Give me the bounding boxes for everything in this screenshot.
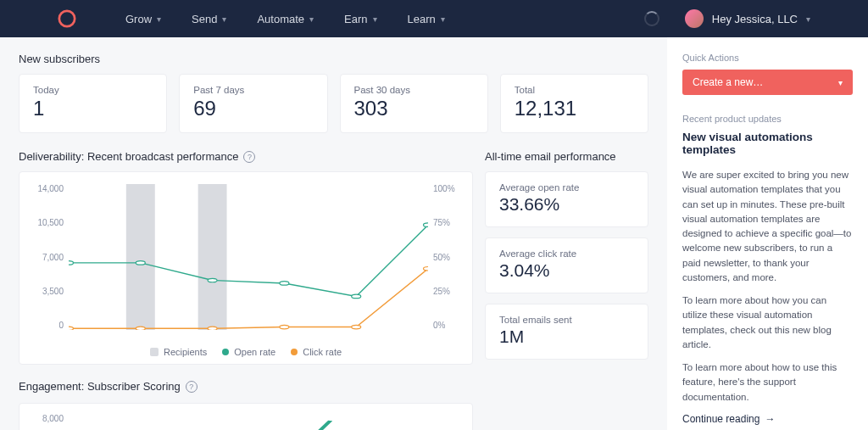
perf-label: Average click rate <box>499 249 634 259</box>
arrow-right-icon: → <box>765 413 775 425</box>
svg-point-3 <box>69 261 74 265</box>
perf-value: 33.66% <box>499 194 634 215</box>
kpi-card: Past 30 days303 <box>340 74 488 133</box>
account-name: Hey Jessica, LLC <box>712 13 798 25</box>
svg-point-0 <box>59 11 75 26</box>
create-new-button[interactable]: Create a new… ▾ <box>682 70 853 95</box>
chevron-down-icon: ▾ <box>441 14 445 24</box>
svg-point-14 <box>423 267 428 271</box>
continue-reading-link[interactable]: Continue reading → <box>682 413 775 425</box>
kpi-label: Past 30 days <box>354 85 474 95</box>
avatar <box>685 9 704 28</box>
perf-label: Total emails sent <box>499 315 634 325</box>
kpi-value: 303 <box>354 97 474 120</box>
perf-value: 3.04% <box>499 260 634 281</box>
kpi-card: Total12,131 <box>500 74 648 133</box>
update-title: New visual automations templates <box>682 131 853 156</box>
chart-legend: Recipients Open rate Click rate <box>31 347 460 357</box>
svg-rect-1 <box>126 184 155 330</box>
deliverability-heading: Deliverability: Recent broadcast perform… <box>19 150 473 163</box>
chevron-down-icon: ▾ <box>222 14 226 24</box>
kpi-label: Past 7 days <box>193 85 313 95</box>
kpi-value: 12,131 <box>515 97 634 120</box>
help-icon[interactable]: ? <box>186 381 198 393</box>
update-paragraph: We are super excited to bring you new vi… <box>682 168 853 285</box>
updates-heading: Recent product updates <box>682 114 853 124</box>
nav-item-learn[interactable]: Learn▾ <box>392 13 460 25</box>
chevron-down-icon: ▾ <box>838 78 843 87</box>
quick-actions-heading: Quick Actions <box>682 53 853 63</box>
update-paragraph: To learn more about how to use this feat… <box>682 360 853 405</box>
chevron-down-icon: ▾ <box>373 14 377 24</box>
help-icon[interactable]: ? <box>243 151 255 163</box>
svg-point-6 <box>280 282 289 285</box>
kpi-card: Past 7 days69 <box>179 74 327 133</box>
perf-card: Total emails sent1M <box>485 304 648 360</box>
chevron-down-icon: ▾ <box>309 14 314 24</box>
svg-point-10 <box>136 327 145 330</box>
chevron-down-icon: ▾ <box>157 14 161 24</box>
nav-item-earn[interactable]: Earn▾ <box>329 13 392 25</box>
account-menu[interactable]: Hey Jessica, LLC ▾ <box>685 9 810 28</box>
engagement-heading: Engagement: Subscriber Scoring ? <box>19 380 473 393</box>
kpi-label: Total <box>515 85 634 95</box>
svg-point-5 <box>208 278 217 282</box>
chevron-down-icon: ▾ <box>806 14 810 24</box>
svg-point-11 <box>208 327 217 330</box>
svg-point-4 <box>136 261 145 265</box>
kpi-label: Today <box>33 85 153 95</box>
loading-spinner-icon <box>644 11 659 26</box>
nav-item-grow[interactable]: Grow▾ <box>110 13 176 25</box>
svg-point-7 <box>352 294 361 298</box>
perf-card: Average open rate33.66% <box>485 171 648 227</box>
svg-point-8 <box>423 223 428 226</box>
svg-point-9 <box>69 327 74 330</box>
perf-value: 1M <box>499 327 634 347</box>
engagement-chart: 8,0006,000 <box>19 403 473 430</box>
sidebar: Quick Actions Create a new… ▾ Recent pro… <box>667 37 868 430</box>
kpi-value: 1 <box>33 97 153 120</box>
kpi-value: 69 <box>193 97 313 120</box>
top-nav: Grow▾Send▾Automate▾Earn▾Learn▾ Hey Jessi… <box>0 0 868 37</box>
perf-card: Average click rate3.04% <box>485 237 648 293</box>
update-paragraph: To learn more about how you can utilize … <box>682 293 853 352</box>
perf-label: Average open rate <box>499 182 634 193</box>
svg-point-12 <box>280 325 289 328</box>
brand-logo <box>58 9 76 28</box>
svg-rect-2 <box>198 184 227 330</box>
nav-item-automate[interactable]: Automate▾ <box>242 13 329 25</box>
nav-item-send[interactable]: Send▾ <box>176 13 242 25</box>
svg-point-13 <box>352 325 361 328</box>
deliverability-chart: 14,00010,5007,0003,5000 100%75%50%25%0% … <box>19 171 473 365</box>
kpi-card: Today1 <box>19 74 167 133</box>
alltime-heading: All-time email performance <box>485 150 648 163</box>
subscribers-heading: New subscribers <box>19 53 648 65</box>
